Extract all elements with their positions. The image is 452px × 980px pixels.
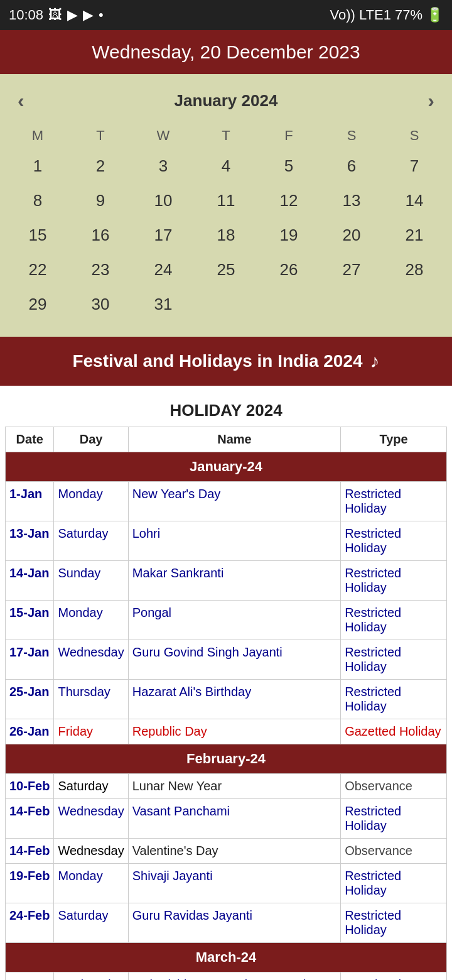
calendar-weekday: T — [195, 122, 257, 149]
holiday-type: Restricted Holiday — [341, 680, 447, 719]
holiday-day: Monday — [54, 601, 128, 640]
holiday-day: Wednesday — [54, 839, 128, 864]
calendar-day[interactable]: 28 — [383, 253, 446, 287]
calendar-day[interactable]: 22 — [6, 253, 69, 287]
calendar-day[interactable]: 10 — [132, 183, 195, 218]
holiday-date: 6-Mar — [6, 972, 54, 981]
table-row: 19-FebMondayShivaji JayantiRestricted Ho… — [6, 864, 447, 903]
calendar-day[interactable]: 3 — [132, 149, 195, 183]
holiday-name: Vasant Panchami — [128, 799, 340, 839]
table-row: 1-JanMondayNew Year's DayRestricted Holi… — [6, 482, 447, 521]
holiday-type: Restricted Holiday — [341, 601, 447, 640]
holiday-type: Restricted Holiday — [341, 640, 447, 680]
calendar-day[interactable]: 13 — [320, 183, 383, 218]
calendar-day[interactable]: 12 — [257, 183, 320, 218]
calendar-day[interactable]: 1 — [6, 149, 69, 183]
holiday-title: HOLIDAY 2024 — [5, 401, 447, 420]
holiday-date: 14-Feb — [6, 799, 54, 839]
table-row: 24-FebSaturdayGuru Ravidas JayantiRestri… — [6, 903, 447, 943]
holiday-day: Wednesday — [54, 972, 128, 981]
holiday-type: Observance — [341, 774, 447, 799]
holiday-date: 17-Jan — [6, 640, 54, 680]
table-header-cell: Date — [6, 427, 54, 452]
holiday-date: 24-Feb — [6, 903, 54, 943]
photo-icon: 🖼 — [48, 7, 62, 23]
holiday-date: 25-Jan — [6, 680, 54, 719]
calendar-day[interactable]: 27 — [320, 253, 383, 287]
holiday-type: Restricted Holiday — [341, 561, 447, 601]
table-header-cell: Type — [341, 427, 447, 452]
holiday-type: Restricted Holiday — [341, 799, 447, 839]
music-icon: ♪ — [370, 351, 380, 372]
table-header-cell: Day — [54, 427, 128, 452]
calendar-day[interactable]: 15 — [6, 218, 69, 253]
calendar-day — [257, 287, 320, 322]
table-row: 14-JanSundayMakar SankrantiRestricted Ho… — [6, 561, 447, 601]
calendar-day[interactable]: 17 — [132, 218, 195, 253]
holiday-name: Makar Sankranti — [128, 561, 340, 601]
youtube-icon: ▶ — [83, 7, 94, 23]
holiday-day: Thursday — [54, 680, 128, 719]
calendar-day[interactable]: 6 — [320, 149, 383, 183]
festivals-section-header: Festival and Holidays in India 2024 ♪ — [0, 337, 452, 386]
calendar-day[interactable]: 16 — [69, 218, 132, 253]
prev-month-button[interactable]: ‹ — [18, 89, 24, 112]
calendar-day[interactable]: 11 — [195, 183, 257, 218]
next-month-button[interactable]: › — [428, 89, 434, 112]
holiday-date: 13-Jan — [6, 521, 54, 561]
holiday-day: Friday — [54, 719, 128, 744]
holiday-type: Gazetted Holiday — [341, 719, 447, 744]
calendar-day[interactable]: 21 — [383, 218, 446, 253]
calendar-day[interactable]: 19 — [257, 218, 320, 253]
holiday-day: Wednesday — [54, 799, 128, 839]
calendar-day — [195, 287, 257, 322]
holiday-name: Valentine's Day — [128, 839, 340, 864]
calendar-section: ‹ January 2024 › MTWTFSS 123456789101112… — [0, 74, 452, 337]
month-label: January-24 — [6, 452, 447, 482]
holiday-date: 14-Jan — [6, 561, 54, 601]
holiday-name: Guru Govind Singh Jayanti — [128, 640, 340, 680]
table-row: 13-JanSaturdayLohriRestricted Holiday — [6, 521, 447, 561]
app-header: Wednesday, 20 December 2023 — [0, 30, 452, 74]
table-row: 17-JanWednesdayGuru Govind Singh Jayanti… — [6, 640, 447, 680]
calendar-day[interactable]: 23 — [69, 253, 132, 287]
calendar-weekday: S — [383, 122, 446, 149]
calendar-day[interactable]: 29 — [6, 287, 69, 322]
calendar-day[interactable]: 5 — [257, 149, 320, 183]
holiday-type: Restricted Holiday — [341, 864, 447, 903]
holiday-name: Guru Ravidas Jayanti — [128, 903, 340, 943]
calendar-day[interactable]: 24 — [132, 253, 195, 287]
holiday-date: 10-Feb — [6, 774, 54, 799]
calendar-day[interactable]: 20 — [320, 218, 383, 253]
calendar-day[interactable]: 30 — [69, 287, 132, 322]
table-row: 25-JanThursdayHazarat Ali's BirthdayRest… — [6, 680, 447, 719]
table-row: 14-FebWednesdayValentine's DayObservance — [6, 839, 447, 864]
holiday-day: Monday — [54, 864, 128, 903]
calendar-day[interactable]: 2 — [69, 149, 132, 183]
section-header-title: Festival and Holidays in India 2024 — [72, 351, 362, 371]
holiday-date: 15-Jan — [6, 601, 54, 640]
table-header-cell: Name — [128, 427, 340, 452]
table-row: 15-JanMondayPongalRestricted Holiday — [6, 601, 447, 640]
calendar-weekday: W — [132, 122, 195, 149]
calendar-day[interactable]: 8 — [6, 183, 69, 218]
dot-icon: • — [99, 7, 104, 23]
calendar-day[interactable]: 26 — [257, 253, 320, 287]
holiday-name: Lohri — [128, 521, 340, 561]
holiday-table: DateDayNameType January-241-JanMondayNew… — [5, 427, 447, 980]
calendar-day[interactable]: 9 — [69, 183, 132, 218]
holiday-name: Shivaji Jayanti — [128, 864, 340, 903]
calendar-day[interactable]: 25 — [195, 253, 257, 287]
calendar-day[interactable]: 7 — [383, 149, 446, 183]
calendar-day[interactable]: 31 — [132, 287, 195, 322]
calendar-day[interactable]: 4 — [195, 149, 257, 183]
header-title: Wednesday, 20 December 2023 — [92, 41, 360, 62]
calendar-day[interactable]: 18 — [195, 218, 257, 253]
holiday-type: Observance — [341, 839, 447, 864]
holiday-date: 26-Jan — [6, 719, 54, 744]
battery-icon: 🔋 — [426, 7, 443, 23]
calendar-weekday: S — [320, 122, 383, 149]
holiday-name: Lunar New Year — [128, 774, 340, 799]
calendar-day[interactable]: 14 — [383, 183, 446, 218]
holiday-name: Maharishi Dayanand Saraswati Jayanti — [128, 972, 340, 981]
